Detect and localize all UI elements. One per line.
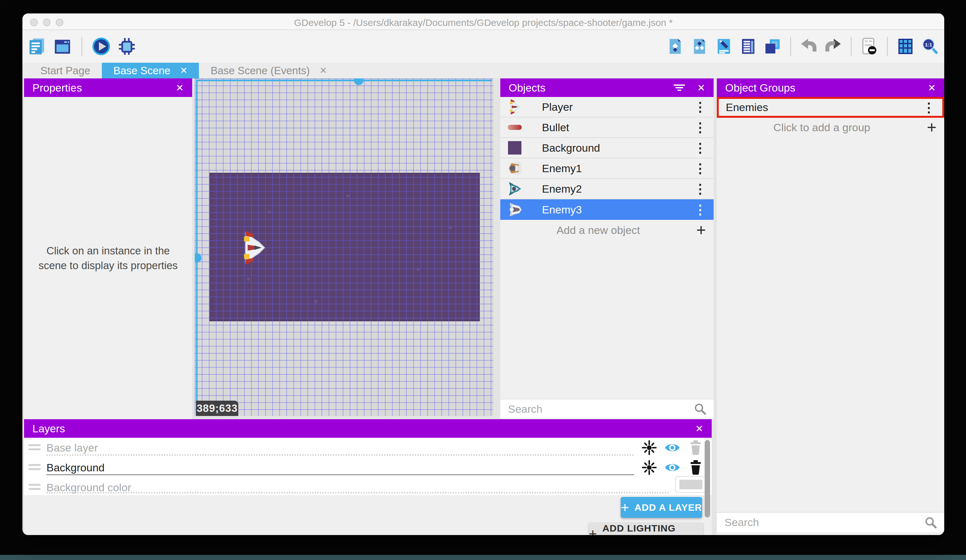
object-groups-editor-icon[interactable] [690, 37, 709, 56]
drag-handle-icon[interactable] [28, 464, 41, 470]
properties-panel-header: Properties ✕ [24, 79, 192, 97]
layers-panel: Layers ✕ Base layer Background Backgrou [24, 419, 712, 535]
tab-base-scene-events[interactable]: Base Scene (Events) ✕ [199, 63, 338, 79]
object-name: Enemy2 [542, 183, 582, 195]
drag-handle-icon[interactable] [28, 444, 41, 450]
preview-window-icon[interactable] [53, 37, 72, 56]
layer-row-base[interactable]: Base layer [24, 438, 712, 458]
debug-icon[interactable] [118, 37, 136, 56]
plus-icon[interactable]: + [927, 119, 936, 136]
object-menu-icon[interactable]: ⋮ [694, 203, 706, 216]
add-group-label: Click to add a group [717, 121, 927, 134]
play-preview-icon[interactable] [92, 37, 110, 56]
layer-visibility-eye-icon[interactable] [664, 440, 680, 455]
drag-handle-icon [28, 484, 41, 490]
zoom-reset-icon[interactable] [920, 37, 939, 56]
close-icon[interactable]: ✕ [695, 423, 703, 434]
redo-icon[interactable] [824, 37, 842, 56]
tab-start-page[interactable]: Start Page [29, 63, 102, 79]
layers-panel-header: Layers ✕ [24, 419, 712, 438]
group-row-enemies-highlighted[interactable]: Enemies ⋮ [717, 97, 944, 118]
background-stars [209, 173, 211, 174]
layers-editor-icon[interactable] [763, 37, 782, 56]
enemy1-object-icon [508, 161, 522, 176]
plus-icon: + [621, 501, 629, 514]
group-name: Enemies [726, 101, 768, 114]
close-icon[interactable]: ✕ [697, 82, 705, 93]
window-mask-icon[interactable] [860, 37, 879, 56]
scene-editor-canvas[interactable]: 389;633 [195, 79, 493, 416]
layer-name[interactable]: Base layer [46, 442, 98, 454]
game-window-handle-left[interactable] [195, 253, 202, 263]
groups-search-input[interactable] [717, 516, 924, 529]
panel-title: Properties [32, 82, 82, 94]
close-icon[interactable]: ✕ [928, 82, 936, 93]
object-menu-icon[interactable]: ⋮ [694, 141, 706, 154]
tab-bar: Start Page Base Scene ✕ Base Scene (Even… [22, 63, 944, 79]
layer-name-underline [46, 454, 634, 456]
object-row-player[interactable]: Player ⋮ [500, 97, 714, 118]
object-menu-icon[interactable]: ⋮ [694, 100, 706, 113]
properties-editor-icon[interactable] [715, 37, 733, 56]
add-object-row[interactable]: Add a new object + [500, 220, 714, 240]
add-layer-label: ADD A LAYER [634, 502, 702, 513]
layer-effects-icon[interactable] [642, 460, 657, 475]
properties-panel: Properties ✕ Click on an instance in the… [24, 79, 192, 419]
tab-base-scene[interactable]: Base Scene ✕ [102, 63, 199, 79]
object-row-bullet[interactable]: Bullet ⋮ [500, 118, 714, 138]
game-window-border-left [196, 80, 198, 415]
object-row-enemy2[interactable]: Enemy2 ⋮ [500, 179, 714, 199]
layer-name-underline [46, 492, 669, 493]
layer-row-background[interactable]: Background [24, 458, 712, 477]
object-menu-icon[interactable]: ⋮ [694, 182, 706, 195]
search-icon [694, 403, 706, 415]
add-lighting-layer-button[interactable]: + ADD LIGHTING LAYER [589, 522, 703, 535]
object-menu-icon[interactable]: ⋮ [694, 121, 706, 134]
layer-name-underline [46, 474, 634, 475]
layer-effects-icon[interactable] [642, 440, 657, 455]
enemy3-object-icon [508, 202, 522, 217]
undo-icon[interactable] [800, 37, 818, 56]
project-manager-icon[interactable] [28, 37, 46, 56]
layer-row-background-color[interactable]: Background color [24, 477, 712, 495]
objects-editor-icon[interactable] [666, 37, 685, 56]
tab-label: Start Page [40, 65, 90, 77]
layer-delete-trash-icon[interactable] [690, 440, 702, 455]
object-row-enemy3-selected[interactable]: Enemy3 ⋮ [500, 199, 714, 220]
player-instance[interactable] [243, 231, 266, 265]
plus-icon[interactable]: + [696, 222, 706, 238]
game-window-handle-top[interactable] [354, 79, 363, 85]
tab-close-icon[interactable]: ✕ [180, 65, 187, 76]
instances-list-icon[interactable] [739, 37, 757, 56]
properties-empty-message: Click on an instance in the scene to dis… [38, 244, 179, 273]
add-layer-button[interactable]: + ADD A LAYER [621, 497, 702, 518]
background-color-swatch[interactable] [675, 476, 706, 493]
grid-icon[interactable] [896, 37, 915, 56]
window-title: GDevelop 5 - /Users/dkarakay/Documents/G… [22, 17, 944, 28]
panel-title: Object Groups [725, 82, 795, 94]
cursor-position-badge: 389;633 [196, 401, 238, 416]
layer-delete-trash-icon[interactable] [690, 460, 702, 475]
layers-scrollbar[interactable] [705, 440, 710, 517]
object-row-enemy1[interactable]: Enemy1 ⋮ [500, 159, 714, 179]
close-icon[interactable]: ✕ [176, 82, 184, 93]
object-menu-icon[interactable]: ⋮ [694, 162, 706, 175]
filter-icon[interactable] [673, 81, 686, 94]
titlebar: GDevelop 5 - /Users/dkarakay/Documents/G… [22, 13, 944, 30]
game-window-border-top [196, 80, 492, 81]
properties-empty-state: Click on an instance in the scene to dis… [24, 97, 192, 419]
objects-search [500, 399, 714, 419]
group-menu-icon[interactable]: ⋮ [922, 101, 935, 114]
add-group-row[interactable]: Click to add a group + [717, 118, 944, 137]
object-row-background[interactable]: Background ⋮ [500, 138, 714, 159]
objects-panel: Objects ✕ Player ⋮ Bullet ⋮ Background ⋮ [500, 79, 714, 419]
layer-visibility-eye-icon[interactable] [664, 460, 680, 475]
tab-label: Base Scene (Events) [210, 65, 310, 77]
gdevelop-window: GDevelop 5 - /Users/dkarakay/Documents/G… [22, 13, 944, 535]
panel-title: Objects [509, 82, 545, 94]
object-groups-panel: Object Groups ✕ Enemies ⋮ Click to add a… [717, 79, 944, 535]
tab-close-icon[interactable]: ✕ [319, 65, 327, 76]
objects-search-input[interactable] [500, 403, 694, 415]
layer-name[interactable]: Background [46, 462, 104, 474]
toolbar-separator [851, 37, 852, 56]
